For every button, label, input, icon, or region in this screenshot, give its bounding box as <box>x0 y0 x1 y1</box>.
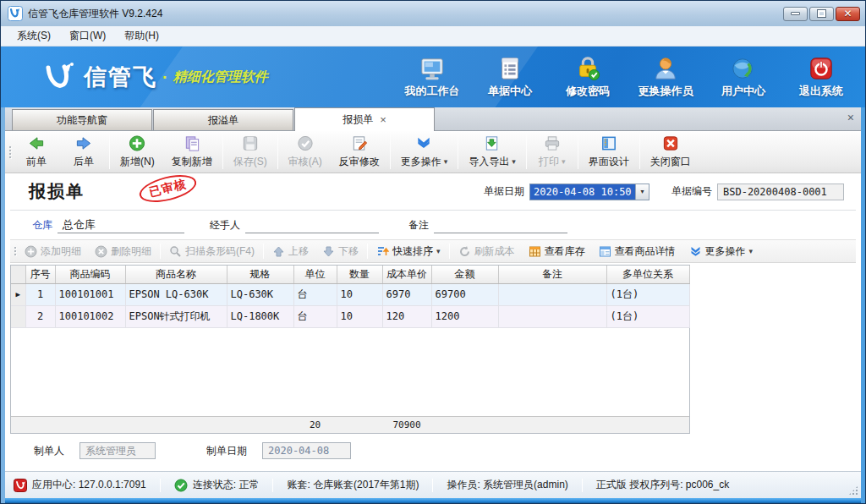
cell-remark[interactable] <box>498 283 606 305</box>
menu-system[interactable]: 系统(S) <box>9 27 58 45</box>
cell-unit[interactable]: 台 <box>293 305 337 327</box>
col-header-amount[interactable]: 金额 <box>431 266 498 283</box>
toolbar-label: 更多操作 <box>401 155 441 169</box>
more-actions-button[interactable]: 更多操作▾ <box>392 131 457 173</box>
copy-new-button[interactable]: 复制新增 <box>163 131 221 173</box>
globe-icon <box>731 56 756 81</box>
cell-cost[interactable]: 6970 <box>382 283 431 305</box>
quick-sort-button[interactable]: 快速排序 ▾ <box>370 242 447 260</box>
tab-overflow-doc[interactable]: 报溢单 <box>153 109 293 130</box>
menu-window[interactable]: 窗口(W) <box>62 27 113 45</box>
cell-remark[interactable] <box>498 305 606 327</box>
printer-icon <box>543 134 562 152</box>
close-window-button[interactable]: 关闭窗口 <box>642 131 699 173</box>
double-chevron-down-icon <box>689 245 702 258</box>
app-window: 信管飞仓库管理软件 V9.2.424 ✕ 系统(S) 窗口(W) 帮助(H) 信… <box>0 0 866 504</box>
close-button[interactable]: ✕ <box>836 7 860 21</box>
col-header-index[interactable]: 序号 <box>25 266 55 283</box>
cell-code[interactable]: 100101002 <box>55 305 125 327</box>
col-header-remark[interactable]: 备注 <box>498 266 606 283</box>
col-header-multiunit[interactable]: 多单位关系 <box>606 266 689 283</box>
tab-function-nav[interactable]: 功能导航窗 <box>12 109 152 130</box>
col-header-name[interactable]: 商品名称 <box>125 266 227 283</box>
status-connection-text: 连接状态: 正常 <box>193 478 260 492</box>
cell-multiunit[interactable]: (1台) <box>606 283 689 305</box>
detail-btn-label: 快速排序 <box>392 244 433 259</box>
tab-close-icon[interactable]: × <box>380 114 386 125</box>
detail-btn-label: 刷新成本 <box>474 244 515 259</box>
banner-btn-user-center[interactable]: 用户中心 <box>711 56 776 99</box>
banner: 信管飞 · 精细化管理软件 我的工作台 <box>1 47 865 107</box>
status-app-center-text: 应用中心: 127.0.0.1:7091 <box>32 478 146 492</box>
tab-label: 报溢单 <box>208 113 238 128</box>
col-header-code[interactable]: 商品编码 <box>55 266 125 283</box>
cell-cost[interactable]: 120 <box>382 305 431 327</box>
table-row[interactable]: ▶ 1 100101001 EPSON LQ-630K LQ-630K 台 10… <box>11 283 689 305</box>
doc-number-label: 单据编号 <box>671 184 712 199</box>
resize-grip[interactable] <box>848 485 858 496</box>
cell-qty[interactable]: 10 <box>337 283 382 305</box>
brand-logo-icon <box>41 59 77 95</box>
cell-unit[interactable]: 台 <box>293 283 337 305</box>
menu-help[interactable]: 帮助(H) <box>117 27 167 45</box>
scan-barcode-button: 扫描条形码(F4) <box>162 242 261 260</box>
toolbar-label: 审核(A) <box>288 155 322 169</box>
cell-name[interactable]: EPSON LQ-630K <box>125 283 227 305</box>
cell-amount[interactable]: 1200 <box>431 305 498 327</box>
cell-code[interactable]: 100101001 <box>55 283 125 305</box>
detail-more-actions-button[interactable]: 更多操作 ▾ <box>682 242 760 260</box>
tab-loss-doc[interactable]: 报损单 × <box>294 107 435 131</box>
save-button: 保存(S) <box>225 131 276 173</box>
tabstrip-close-icon[interactable]: × <box>847 112 854 123</box>
toolbar-label: 导入导出 <box>469 155 509 169</box>
import-export-button[interactable]: 导入导出▾ <box>460 131 524 173</box>
banner-btn-workbench[interactable]: 我的工作台 <box>400 56 464 99</box>
grid-header-row: 序号 商品编码 商品名称 规格 单位 数量 成本单价 金额 备注 多单位关系 <box>11 266 689 283</box>
doc-date-value[interactable]: 2020-04-08 10:50 <box>530 184 635 200</box>
refresh-icon <box>458 245 471 258</box>
warehouse-label: 仓库 <box>32 218 52 233</box>
handler-label: 经手人 <box>210 218 240 233</box>
cell-qty[interactable]: 10 <box>337 305 382 327</box>
doc-date-field[interactable]: 2020-04-08 10:50 ▾ <box>529 184 650 200</box>
delete-detail-button: 删除明细 <box>88 242 158 260</box>
window-title: 信管飞仓库管理软件 V9.2.424 <box>28 7 783 21</box>
cell-name[interactable]: EPSON针式打印机 <box>125 305 227 327</box>
ui-design-button[interactable]: 界面设计 <box>580 131 638 173</box>
unapprove-edit-button[interactable]: 反审修改 <box>331 131 388 173</box>
col-header-qty[interactable]: 数量 <box>337 266 382 283</box>
toolbar-label: 关闭窗口 <box>650 155 691 169</box>
table-row[interactable]: 2 100101002 EPSON针式打印机 LQ-1800K 台 10 120… <box>11 305 689 327</box>
banner-btn-switch-operator[interactable]: 更换操作员 <box>633 56 698 99</box>
cell-spec[interactable]: LQ-1800K <box>227 305 293 327</box>
banner-btn-exit[interactable]: 退出系统 <box>789 56 853 99</box>
col-header-spec[interactable]: 规格 <box>227 266 293 283</box>
new-button[interactable]: 新增(N) <box>112 131 163 173</box>
cell-amount[interactable]: 69700 <box>431 283 498 305</box>
footer-fields: 制单人 系统管理员 制单日期 2020-04-08 <box>10 434 856 459</box>
toolbar-label: 后单 <box>74 155 94 169</box>
handler-input[interactable] <box>245 217 379 233</box>
banner-btn-document-center[interactable]: 单据中心 <box>478 56 542 99</box>
toolbar-label: 界面设计 <box>589 155 629 169</box>
banner-btn-change-password[interactable]: 修改密码 <box>556 56 620 99</box>
view-product-detail-button[interactable]: 查看商品详情 <box>592 242 682 260</box>
view-stock-button[interactable]: 查看库存 <box>522 242 592 260</box>
prev-doc-button[interactable]: 前单 <box>13 131 60 173</box>
warehouse-input[interactable]: 总仓库 <box>58 217 184 233</box>
toolbar-separator <box>277 134 278 169</box>
col-header-unit[interactable]: 单位 <box>293 266 337 283</box>
detail-btn-label: 查看商品详情 <box>615 244 676 259</box>
cell-index[interactable]: 1 <box>25 283 55 305</box>
toolbar-label: 前单 <box>26 155 47 169</box>
col-header-cost[interactable]: 成本单价 <box>382 266 431 283</box>
cell-index[interactable]: 2 <box>25 305 55 327</box>
date-dropdown-button[interactable]: ▾ <box>635 184 649 200</box>
remark-input[interactable] <box>434 217 567 233</box>
minimize-button[interactable] <box>783 7 808 21</box>
cell-spec[interactable]: LQ-630K <box>227 283 293 305</box>
dropdown-caret-icon: ▾ <box>444 158 448 166</box>
restore-button[interactable] <box>809 7 834 21</box>
next-doc-button[interactable]: 后单 <box>60 131 107 173</box>
cell-multiunit[interactable]: (1台) <box>606 305 689 327</box>
